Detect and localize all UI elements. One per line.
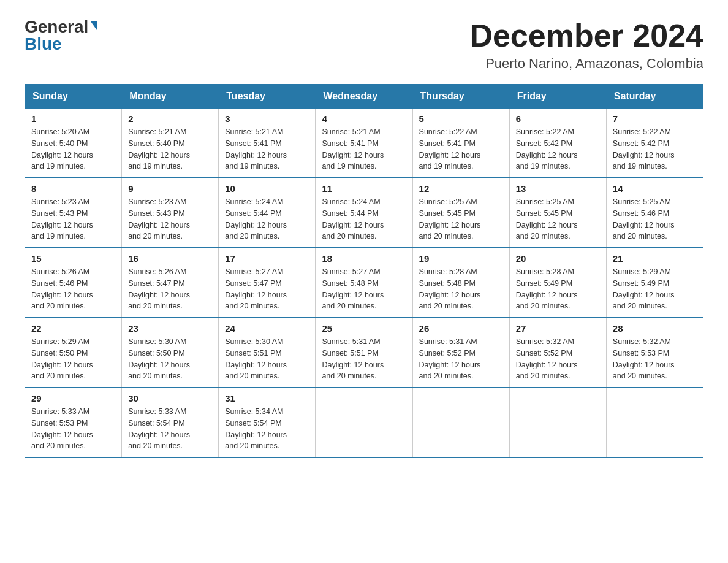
- header-day-tuesday: Tuesday: [219, 85, 316, 109]
- day-info: Sunrise: 5:27 AMSunset: 5:48 PMDaylight:…: [322, 266, 406, 312]
- calendar-cell: 17Sunrise: 5:27 AMSunset: 5:47 PMDayligh…: [219, 248, 316, 318]
- calendar-cell: 2Sunrise: 5:21 AMSunset: 5:40 PMDaylight…: [122, 109, 219, 178]
- calendar-cell: 1Sunrise: 5:20 AMSunset: 5:40 PMDaylight…: [25, 109, 122, 178]
- calendar-cell: 11Sunrise: 5:24 AMSunset: 5:44 PMDayligh…: [316, 178, 412, 248]
- day-info: Sunrise: 5:25 AMSunset: 5:45 PMDaylight:…: [419, 196, 503, 242]
- day-number: 13: [516, 183, 600, 194]
- calendar-week-row: 22Sunrise: 5:29 AMSunset: 5:50 PMDayligh…: [25, 318, 703, 388]
- calendar-cell: 10Sunrise: 5:24 AMSunset: 5:44 PMDayligh…: [219, 178, 316, 248]
- day-info: Sunrise: 5:30 AMSunset: 5:51 PMDaylight:…: [225, 336, 309, 382]
- page-header: General Blue December 2024 Puerto Narino…: [25, 18, 703, 72]
- calendar-cell: 15Sunrise: 5:26 AMSunset: 5:46 PMDayligh…: [25, 248, 122, 318]
- day-info: Sunrise: 5:22 AMSunset: 5:42 PMDaylight:…: [613, 126, 697, 172]
- day-number: 10: [225, 183, 309, 194]
- calendar-cell: 21Sunrise: 5:29 AMSunset: 5:49 PMDayligh…: [606, 248, 703, 318]
- day-info: Sunrise: 5:21 AMSunset: 5:40 PMDaylight:…: [128, 126, 212, 172]
- day-info: Sunrise: 5:34 AMSunset: 5:54 PMDaylight:…: [225, 406, 309, 452]
- month-title: December 2024: [469, 18, 703, 53]
- calendar-cell: 8Sunrise: 5:23 AMSunset: 5:43 PMDaylight…: [25, 178, 122, 248]
- calendar-cell: 31Sunrise: 5:34 AMSunset: 5:54 PMDayligh…: [219, 388, 316, 458]
- calendar-cell: 16Sunrise: 5:26 AMSunset: 5:47 PMDayligh…: [122, 248, 219, 318]
- day-info: Sunrise: 5:21 AMSunset: 5:41 PMDaylight:…: [225, 126, 309, 172]
- calendar-cell: 23Sunrise: 5:30 AMSunset: 5:50 PMDayligh…: [122, 318, 219, 388]
- day-number: 2: [128, 113, 212, 124]
- day-info: Sunrise: 5:28 AMSunset: 5:49 PMDaylight:…: [516, 266, 600, 312]
- calendar-week-row: 8Sunrise: 5:23 AMSunset: 5:43 PMDaylight…: [25, 178, 703, 248]
- day-info: Sunrise: 5:20 AMSunset: 5:40 PMDaylight:…: [31, 126, 115, 172]
- day-number: 23: [128, 323, 212, 334]
- day-number: 14: [613, 183, 697, 194]
- calendar-cell: 29Sunrise: 5:33 AMSunset: 5:53 PMDayligh…: [25, 388, 122, 458]
- day-number: 8: [31, 183, 115, 194]
- day-number: 28: [613, 323, 697, 334]
- day-number: 22: [31, 323, 115, 334]
- logo-blue-text: Blue: [25, 36, 62, 53]
- calendar-cell: 30Sunrise: 5:33 AMSunset: 5:54 PMDayligh…: [122, 388, 219, 458]
- calendar-cell: 19Sunrise: 5:28 AMSunset: 5:48 PMDayligh…: [412, 248, 509, 318]
- day-number: 5: [419, 113, 503, 124]
- calendar-cell: 24Sunrise: 5:30 AMSunset: 5:51 PMDayligh…: [219, 318, 316, 388]
- day-number: 11: [322, 183, 406, 194]
- logo: General Blue: [25, 18, 97, 53]
- calendar-cell: [316, 388, 412, 458]
- calendar-table: SundayMondayTuesdayWednesdayThursdayFrid…: [25, 84, 703, 458]
- day-number: 16: [128, 253, 212, 264]
- calendar-cell: 7Sunrise: 5:22 AMSunset: 5:42 PMDaylight…: [606, 109, 703, 178]
- day-info: Sunrise: 5:31 AMSunset: 5:51 PMDaylight:…: [322, 336, 406, 382]
- logo-general-text: General: [25, 18, 88, 36]
- header-day-sunday: Sunday: [25, 85, 122, 109]
- calendar-header-row: SundayMondayTuesdayWednesdayThursdayFrid…: [25, 85, 703, 109]
- day-number: 9: [128, 183, 212, 194]
- calendar-cell: 6Sunrise: 5:22 AMSunset: 5:42 PMDaylight…: [509, 109, 606, 178]
- day-info: Sunrise: 5:27 AMSunset: 5:47 PMDaylight:…: [225, 266, 309, 312]
- day-number: 26: [419, 323, 503, 334]
- day-number: 25: [322, 323, 406, 334]
- day-info: Sunrise: 5:21 AMSunset: 5:41 PMDaylight:…: [322, 126, 406, 172]
- header-day-monday: Monday: [122, 85, 219, 109]
- day-number: 29: [31, 393, 115, 404]
- header-day-saturday: Saturday: [606, 85, 703, 109]
- day-number: 30: [128, 393, 212, 404]
- day-number: 7: [613, 113, 697, 124]
- calendar-week-row: 15Sunrise: 5:26 AMSunset: 5:46 PMDayligh…: [25, 248, 703, 318]
- title-area: December 2024 Puerto Narino, Amazonas, C…: [469, 18, 703, 72]
- day-info: Sunrise: 5:33 AMSunset: 5:54 PMDaylight:…: [128, 406, 212, 452]
- day-number: 31: [225, 393, 309, 404]
- day-number: 6: [516, 113, 600, 124]
- day-number: 3: [225, 113, 309, 124]
- calendar-cell: 25Sunrise: 5:31 AMSunset: 5:51 PMDayligh…: [316, 318, 412, 388]
- day-number: 27: [516, 323, 600, 334]
- header-day-wednesday: Wednesday: [316, 85, 412, 109]
- day-info: Sunrise: 5:30 AMSunset: 5:50 PMDaylight:…: [128, 336, 212, 382]
- day-info: Sunrise: 5:25 AMSunset: 5:45 PMDaylight:…: [516, 196, 600, 242]
- day-info: Sunrise: 5:26 AMSunset: 5:47 PMDaylight:…: [128, 266, 212, 312]
- day-number: 18: [322, 253, 406, 264]
- day-info: Sunrise: 5:25 AMSunset: 5:46 PMDaylight:…: [613, 196, 697, 242]
- day-info: Sunrise: 5:23 AMSunset: 5:43 PMDaylight:…: [31, 196, 115, 242]
- calendar-cell: [606, 388, 703, 458]
- calendar-week-row: 29Sunrise: 5:33 AMSunset: 5:53 PMDayligh…: [25, 388, 703, 458]
- calendar-week-row: 1Sunrise: 5:20 AMSunset: 5:40 PMDaylight…: [25, 109, 703, 178]
- day-number: 15: [31, 253, 115, 264]
- calendar-cell: 26Sunrise: 5:31 AMSunset: 5:52 PMDayligh…: [412, 318, 509, 388]
- calendar-cell: 9Sunrise: 5:23 AMSunset: 5:43 PMDaylight…: [122, 178, 219, 248]
- calendar-cell: 22Sunrise: 5:29 AMSunset: 5:50 PMDayligh…: [25, 318, 122, 388]
- day-info: Sunrise: 5:29 AMSunset: 5:49 PMDaylight:…: [613, 266, 697, 312]
- calendar-cell: 3Sunrise: 5:21 AMSunset: 5:41 PMDaylight…: [219, 109, 316, 178]
- day-info: Sunrise: 5:24 AMSunset: 5:44 PMDaylight:…: [225, 196, 309, 242]
- header-day-friday: Friday: [509, 85, 606, 109]
- day-number: 19: [419, 253, 503, 264]
- day-number: 17: [225, 253, 309, 264]
- calendar-cell: 18Sunrise: 5:27 AMSunset: 5:48 PMDayligh…: [316, 248, 412, 318]
- calendar-cell: 27Sunrise: 5:32 AMSunset: 5:52 PMDayligh…: [509, 318, 606, 388]
- day-info: Sunrise: 5:22 AMSunset: 5:41 PMDaylight:…: [419, 126, 503, 172]
- day-number: 1: [31, 113, 115, 124]
- header-day-thursday: Thursday: [412, 85, 509, 109]
- calendar-cell: [412, 388, 509, 458]
- day-number: 21: [613, 253, 697, 264]
- day-info: Sunrise: 5:29 AMSunset: 5:50 PMDaylight:…: [31, 336, 115, 382]
- day-number: 20: [516, 253, 600, 264]
- day-number: 4: [322, 113, 406, 124]
- calendar-cell: 4Sunrise: 5:21 AMSunset: 5:41 PMDaylight…: [316, 109, 412, 178]
- calendar-cell: 28Sunrise: 5:32 AMSunset: 5:53 PMDayligh…: [606, 318, 703, 388]
